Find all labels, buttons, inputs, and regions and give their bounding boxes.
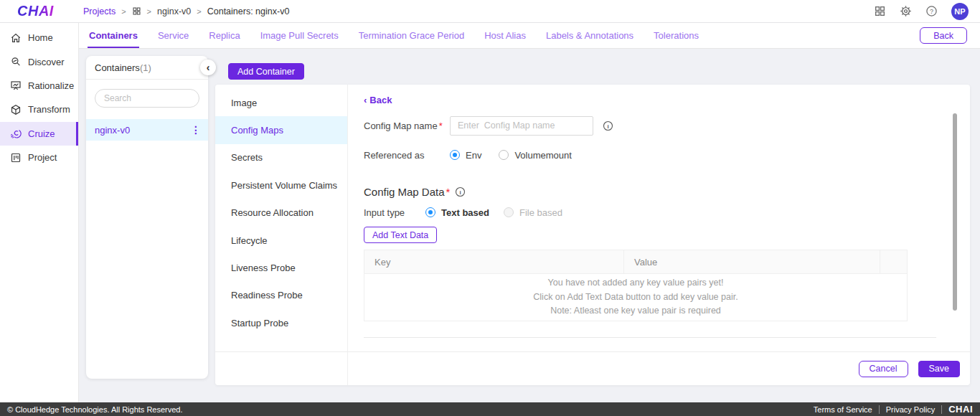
cancel-button[interactable]: Cancel [859,361,908,377]
form-back-label: Back [369,95,392,105]
tab-replica[interactable]: Replica [209,23,240,48]
key-value-table-header: Key Value [364,250,908,274]
referenced-as-row: Referenced as Env Volumemount [364,149,938,161]
footer-separator [941,405,942,414]
config-map-name-input[interactable] [450,116,593,136]
grid-icon[interactable] [132,6,141,16]
container-search-wrap [86,80,208,108]
config-map-form: ‹Back Config Map name* i Referenced as E… [359,85,938,321]
tab-image-pull-secrets[interactable]: Image Pull Secrets [260,23,339,48]
config-nav-startup-probe[interactable]: Startup Probe [215,309,347,336]
radio-volumemount-label: Volumemount [514,150,572,161]
footer-links: Terms of Service Privacy Policy CHAI [814,404,973,415]
empty-state-line1: You have not added any key value pairs y… [548,276,724,290]
config-nav-secrets[interactable]: Secrets [215,144,347,171]
tab-service[interactable]: Service [158,23,189,48]
radio-env-label: Env [466,150,481,161]
containers-panel-title: Containers [95,62,140,73]
sidebar-item-rationalize[interactable]: Rationalize [0,74,78,98]
tab-labels-annotations[interactable]: Labels & Annotations [546,23,633,48]
containers-panel: Containers(1) ‹ nginx-v0 ⋮ [86,56,208,379]
help-icon[interactable]: ? [925,5,938,17]
input-type-label: Input type [364,207,425,218]
terms-of-service-link[interactable]: Terms of Service [814,405,872,414]
container-list-item[interactable]: nginx-v0 ⋮ [86,119,208,141]
sidebar-item-transform[interactable]: Transform [0,98,78,121]
breadcrumb-separator: > [147,7,151,16]
vertical-scrollbar[interactable] [953,113,957,311]
containers-panel-header: Containers(1) ‹ [86,56,208,80]
radio-selected-icon [425,207,435,217]
container-tabbar: Containers Service Replica Image Pull Se… [79,23,980,49]
cruize-icon [10,128,22,139]
project-icon [10,152,22,164]
svg-text:i: i [607,123,608,129]
kebab-menu-icon[interactable]: ⋮ [191,124,201,136]
discover-icon [10,56,22,67]
sidebar-item-label: Rationalize [28,80,74,91]
apps-grid-icon[interactable] [874,5,886,17]
empty-state-line3: Note: Atleast one key value pair is requ… [550,304,721,318]
config-nav-lifecycle[interactable]: Lifecycle [215,227,347,254]
radio-file-based: File based [504,207,562,218]
radio-env[interactable]: Env [450,150,481,161]
sidebar-item-project[interactable]: Project [0,146,78,169]
radio-text-based[interactable]: Text based [425,207,489,218]
config-map-name-label: Config Map name* [364,120,450,131]
breadcrumb-separator: > [121,7,126,16]
privacy-policy-link[interactable]: Privacy Policy [886,405,935,414]
radio-text-based-label: Text based [441,207,489,218]
config-map-data-heading: Config Map Data* i [364,185,938,198]
input-type-row: Input type Text based File based [364,207,938,218]
tab-host-alias[interactable]: Host Alias [484,23,526,48]
top-bar: CHAI Projects > > nginx-v0 > Containers:… [0,0,980,23]
key-column-header: Key [364,250,624,273]
sidebar-item-discover[interactable]: Discover [0,49,78,73]
content-area: Containers(1) ‹ nginx-v0 ⋮ Add Container… [79,49,980,402]
tab-termination-grace-period[interactable]: Termination Grace Period [359,23,464,48]
config-nav-liveness-probe[interactable]: Liveness Probe [215,254,347,281]
radio-volumemount[interactable]: Volumemount [499,150,572,161]
chevron-left-icon: ‹ [364,95,367,105]
breadcrumb-projects[interactable]: Projects [83,6,116,16]
svg-text:i: i [460,189,461,195]
add-container-button[interactable]: Add Container [228,63,304,80]
info-icon[interactable]: i [455,186,466,197]
sidebar-item-cruize[interactable]: Cruize [0,122,78,146]
sidebar-item-label: Discover [28,57,65,67]
user-avatar[interactable]: NP [951,3,969,20]
breadcrumb-app[interactable]: nginx-v0 [157,6,191,16]
radio-disabled-icon [504,207,514,217]
add-text-data-button[interactable]: Add Text Data [364,227,437,243]
config-nav-resource-allocation[interactable]: Resource Allocation [215,199,347,227]
collapse-panel-button[interactable]: ‹ [200,60,216,75]
empty-state-line2: Click on Add Text Data button to add key… [533,290,738,304]
config-nav-readiness-probe[interactable]: Readiness Probe [215,282,347,309]
config-nav-image[interactable]: Image [215,89,347,116]
tab-tolerations[interactable]: Tolerations [654,23,699,48]
config-nav-config-maps[interactable]: Config Maps [215,116,347,143]
value-column-header: Value [624,250,880,273]
back-button[interactable]: Back [920,27,967,44]
breadcrumb-page: Containers: nginx-v0 [207,6,290,16]
radio-unselected-icon [499,150,509,160]
save-button[interactable]: Save [918,361,961,377]
config-nav-persistent-volume-claims[interactable]: Persistent Volume Claims [215,171,347,199]
chai-logo[interactable]: CHAI [0,3,79,19]
form-back-link[interactable]: ‹Back [364,95,392,106]
tab-containers[interactable]: Containers [89,23,138,48]
settings-gear-icon[interactable] [900,5,912,17]
svg-text:?: ? [930,8,933,15]
sidebar-item-home[interactable]: Home [0,26,78,49]
breadcrumb-separator: > [197,7,201,16]
key-value-table: Key Value You have not added any key val… [364,250,908,321]
config-nav: Image Config Maps Secrets Persistent Vol… [215,85,348,385]
info-icon[interactable]: i [603,120,613,131]
home-icon [10,32,22,44]
containers-count: (1) [140,62,151,73]
radio-file-based-label: File based [519,207,562,218]
input-type-radio-group: Text based File based [425,207,562,218]
container-search-input[interactable] [95,89,199,108]
required-asterisk: * [446,186,451,198]
sidebar-item-label: Project [28,152,57,163]
